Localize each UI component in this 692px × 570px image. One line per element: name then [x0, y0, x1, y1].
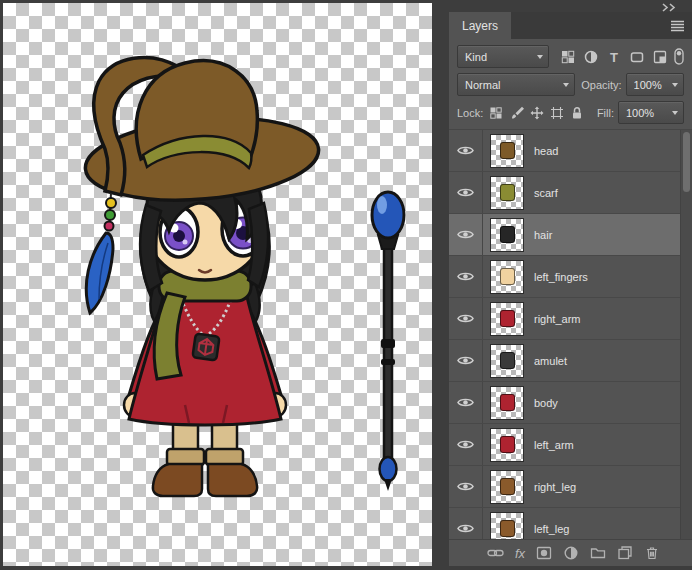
- layer-thumbnail[interactable]: [490, 218, 524, 252]
- layer-effects-button[interactable]: fx: [515, 547, 525, 560]
- visibility-toggle[interactable]: [449, 298, 483, 339]
- layer-row-left_leg[interactable]: left_leg: [449, 508, 680, 539]
- adjustment-icon: [563, 545, 579, 561]
- layer-thumbnail[interactable]: [490, 134, 524, 168]
- lock-transparent-icon[interactable]: [489, 106, 503, 120]
- layer-thumbnail[interactable]: [490, 386, 524, 420]
- visibility-toggle[interactable]: [449, 130, 483, 171]
- link-layers-button[interactable]: [487, 545, 504, 561]
- layer-name: body: [534, 397, 558, 409]
- opacity-select[interactable]: 100%: [626, 73, 684, 96]
- layer-thumb-sprite: [500, 394, 515, 411]
- layer-thumb-sprite: [500, 226, 515, 243]
- blend-row: Normal Opacity: 100%: [457, 74, 684, 95]
- layer-row-head[interactable]: head: [449, 130, 680, 172]
- visibility-toggle[interactable]: [449, 172, 483, 213]
- panel-tab-bar: Layers: [449, 12, 692, 39]
- layer-thumbnail[interactable]: [490, 302, 524, 336]
- layer-thumb-sprite: [500, 520, 515, 537]
- chevron-down-icon: [672, 83, 678, 87]
- layer-name: left_leg: [534, 523, 569, 535]
- filter-toggle[interactable]: [674, 48, 684, 65]
- fill-label: Fill:: [597, 107, 614, 119]
- scrollbar-thumb[interactable]: [683, 132, 690, 192]
- layer-row-right_arm[interactable]: right_arm: [449, 298, 680, 340]
- layer-thumb-sprite: [500, 268, 515, 285]
- eye-icon: [457, 439, 474, 450]
- filter-smart-object-icon[interactable]: [652, 49, 668, 65]
- lock-label: Lock:: [457, 107, 483, 119]
- filter-adjustment-icon[interactable]: [583, 49, 599, 65]
- layer-row-scarf[interactable]: scarf: [449, 172, 680, 214]
- layer-list: head scarf hair: [449, 130, 680, 539]
- lock-all-icon[interactable]: [570, 106, 584, 120]
- tab-layers[interactable]: Layers: [449, 12, 511, 39]
- layer-name: amulet: [534, 355, 567, 367]
- layer-row-right_leg[interactable]: right_leg: [449, 466, 680, 508]
- panel-controls: Kind T: [449, 39, 692, 129]
- layer-thumbnail[interactable]: [490, 470, 524, 504]
- lock-brush-icon[interactable]: [509, 106, 524, 120]
- staff: [372, 192, 404, 491]
- layers-bottom-bar: fx: [449, 539, 692, 566]
- folder-icon: [590, 545, 606, 561]
- lock-artboard-icon[interactable]: [550, 106, 564, 120]
- blend-mode-select[interactable]: Normal: [457, 73, 575, 96]
- layer-thumbnail[interactable]: [490, 176, 524, 210]
- layer-thumb-sprite: [500, 352, 515, 369]
- chevron-down-icon: [563, 83, 569, 87]
- layer-name: hair: [534, 229, 552, 241]
- layer-thumbnail[interactable]: [490, 428, 524, 462]
- lock-row: Lock:: [457, 102, 684, 123]
- adjustment-layer-button[interactable]: [563, 545, 579, 561]
- layers-panel: Layers Kind T: [449, 12, 692, 566]
- left-boot: [153, 464, 202, 496]
- filter-shape-icon[interactable]: [629, 49, 645, 65]
- fill-select[interactable]: 100%: [618, 101, 684, 124]
- layer-row-hair[interactable]: hair: [449, 214, 680, 256]
- character-artwork: [3, 3, 432, 566]
- filter-type-icon[interactable]: T: [606, 49, 622, 65]
- visibility-toggle[interactable]: [449, 214, 483, 255]
- layer-thumbnail[interactable]: [490, 344, 524, 378]
- visibility-toggle[interactable]: [449, 340, 483, 381]
- new-group-button[interactable]: [590, 545, 606, 561]
- opacity-value: 100%: [634, 79, 666, 91]
- visibility-toggle[interactable]: [449, 508, 483, 539]
- layer-thumbnail[interactable]: [490, 260, 524, 294]
- layer-thumb-sprite: [500, 478, 515, 495]
- trash-icon: [644, 545, 660, 561]
- fill-value: 100%: [626, 107, 666, 119]
- new-layer-button[interactable]: [617, 545, 633, 561]
- layer-thumb-sprite: [500, 310, 515, 327]
- delete-layer-button[interactable]: [644, 545, 660, 561]
- visibility-toggle[interactable]: [449, 424, 483, 465]
- layers-scrollbar[interactable]: [680, 130, 692, 539]
- right-boot: [208, 464, 257, 496]
- visibility-toggle[interactable]: [449, 466, 483, 507]
- layer-row-left_arm[interactable]: left_arm: [449, 424, 680, 466]
- layer-row-body[interactable]: body: [449, 382, 680, 424]
- eye-icon: [457, 313, 474, 324]
- visibility-toggle[interactable]: [449, 382, 483, 423]
- eye-icon: [457, 397, 474, 408]
- layer-thumb-sprite: [500, 436, 515, 453]
- layer-row-left_fingers[interactable]: left_fingers: [449, 256, 680, 298]
- layer-thumbnail[interactable]: [490, 512, 524, 540]
- kind-filter-select[interactable]: Kind: [457, 45, 549, 68]
- add-mask-button[interactable]: [536, 545, 552, 561]
- layer-name: left_fingers: [534, 271, 588, 283]
- mask-icon: [536, 545, 552, 561]
- filter-pixel-icon[interactable]: [560, 49, 576, 65]
- eye-icon: [457, 523, 474, 534]
- kind-filter-value: Kind: [465, 51, 531, 63]
- layer-thumb-sprite: [500, 142, 515, 159]
- opacity-label: Opacity:: [581, 79, 621, 91]
- visibility-toggle[interactable]: [449, 256, 483, 297]
- canvas[interactable]: [3, 3, 432, 566]
- lock-move-icon[interactable]: [530, 106, 544, 120]
- bead-green: [105, 210, 115, 220]
- layer-row-amulet[interactable]: amulet: [449, 340, 680, 382]
- panel-menu-icon[interactable]: [663, 12, 692, 39]
- eye-icon: [457, 187, 474, 198]
